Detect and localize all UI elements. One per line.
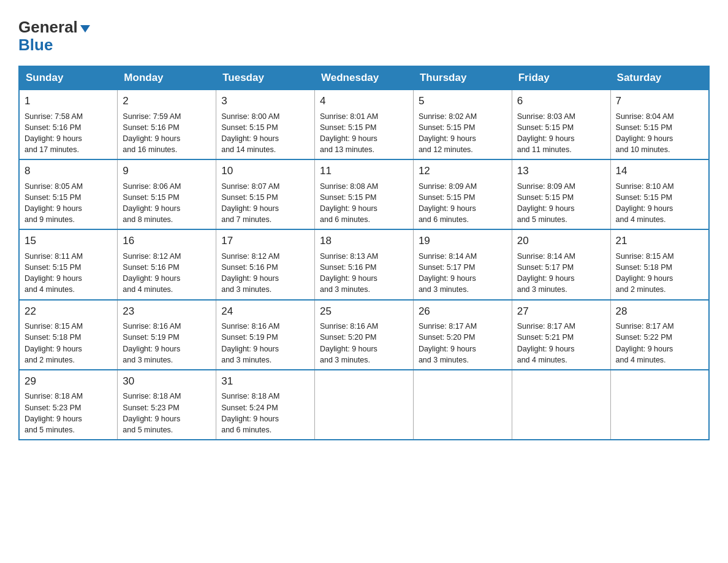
cell-content: Sunrise: 8:14 AMSunset: 5:17 PMDaylight:… [419, 251, 507, 296]
day-number: 29 [25, 374, 112, 389]
cell-content: Sunrise: 8:15 AMSunset: 5:18 PMDaylight:… [616, 251, 703, 296]
day-number: 4 [320, 94, 408, 109]
calendar-cell: 2Sunrise: 7:59 AMSunset: 5:16 PMDaylight… [118, 90, 216, 159]
calendar-cell: 30Sunrise: 8:18 AMSunset: 5:23 PMDayligh… [118, 370, 216, 440]
calendar-cell: 31Sunrise: 8:18 AMSunset: 5:24 PMDayligh… [216, 370, 315, 440]
day-number: 15 [25, 234, 112, 249]
cell-content: Sunrise: 8:00 AMSunset: 5:15 PMDaylight:… [221, 111, 309, 156]
calendar-week-2: 8Sunrise: 8:05 AMSunset: 5:15 PMDaylight… [19, 159, 709, 229]
day-number: 18 [320, 234, 408, 249]
day-number: 21 [616, 234, 703, 249]
calendar-cell: 6Sunrise: 8:03 AMSunset: 5:15 PMDaylight… [512, 90, 610, 159]
day-number: 31 [221, 374, 309, 389]
day-number: 2 [123, 94, 211, 109]
day-header-sunday: Sunday [19, 66, 118, 90]
day-header-saturday: Saturday [610, 66, 709, 90]
logo-blue-text: Blue [18, 36, 53, 54]
cell-content: Sunrise: 8:14 AMSunset: 5:17 PMDaylight:… [517, 251, 605, 296]
calendar-cell: 20Sunrise: 8:14 AMSunset: 5:17 PMDayligh… [512, 229, 610, 299]
cell-content: Sunrise: 8:09 AMSunset: 5:15 PMDaylight:… [517, 181, 605, 226]
calendar-cell: 14Sunrise: 8:10 AMSunset: 5:15 PMDayligh… [610, 159, 709, 229]
calendar-cell [512, 370, 610, 440]
cell-content: Sunrise: 8:01 AMSunset: 5:15 PMDaylight:… [320, 111, 408, 156]
day-number: 3 [221, 94, 309, 109]
day-number: 1 [25, 94, 112, 109]
calendar-cell: 7Sunrise: 8:04 AMSunset: 5:15 PMDaylight… [610, 90, 709, 159]
logo-triangle-icon [80, 25, 90, 33]
cell-content: Sunrise: 8:10 AMSunset: 5:15 PMDaylight:… [616, 181, 703, 226]
calendar-table: SundayMondayTuesdayWednesdayThursdayFrid… [18, 66, 710, 440]
calendar-cell: 13Sunrise: 8:09 AMSunset: 5:15 PMDayligh… [512, 159, 610, 229]
day-number: 12 [419, 164, 507, 179]
calendar-cell: 24Sunrise: 8:16 AMSunset: 5:19 PMDayligh… [216, 300, 315, 370]
cell-content: Sunrise: 8:12 AMSunset: 5:16 PMDaylight:… [123, 251, 211, 296]
cell-content: Sunrise: 8:12 AMSunset: 5:16 PMDaylight:… [221, 251, 309, 296]
logo-general-text: General [18, 18, 78, 36]
calendar-cell: 11Sunrise: 8:08 AMSunset: 5:15 PMDayligh… [315, 159, 414, 229]
day-number: 17 [221, 234, 309, 249]
day-header-friday: Friday [512, 66, 610, 90]
cell-content: Sunrise: 8:18 AMSunset: 5:24 PMDaylight:… [221, 391, 309, 435]
calendar-cell: 26Sunrise: 8:17 AMSunset: 5:20 PMDayligh… [413, 300, 512, 370]
calendar-cell: 12Sunrise: 8:09 AMSunset: 5:15 PMDayligh… [413, 159, 512, 229]
calendar-cell: 16Sunrise: 8:12 AMSunset: 5:16 PMDayligh… [118, 229, 216, 299]
cell-content: Sunrise: 8:09 AMSunset: 5:15 PMDaylight:… [419, 181, 507, 226]
cell-content: Sunrise: 8:08 AMSunset: 5:15 PMDaylight:… [320, 181, 408, 226]
cell-content: Sunrise: 8:16 AMSunset: 5:20 PMDaylight:… [320, 321, 408, 366]
cell-content: Sunrise: 8:18 AMSunset: 5:23 PMDaylight:… [25, 391, 112, 435]
day-number: 22 [25, 304, 112, 320]
day-number: 16 [123, 234, 211, 249]
calendar-cell: 27Sunrise: 8:17 AMSunset: 5:21 PMDayligh… [512, 300, 610, 370]
day-number: 24 [221, 304, 309, 320]
day-number: 19 [419, 234, 507, 249]
cell-content: Sunrise: 8:06 AMSunset: 5:15 PMDaylight:… [123, 181, 211, 226]
calendar-week-3: 15Sunrise: 8:11 AMSunset: 5:15 PMDayligh… [19, 229, 709, 299]
day-number: 9 [123, 164, 211, 179]
day-number: 10 [221, 164, 309, 179]
cell-content: Sunrise: 7:59 AMSunset: 5:16 PMDaylight:… [123, 111, 211, 156]
cell-content: Sunrise: 8:02 AMSunset: 5:15 PMDaylight:… [419, 111, 507, 156]
calendar-week-5: 29Sunrise: 8:18 AMSunset: 5:23 PMDayligh… [19, 370, 709, 440]
cell-content: Sunrise: 8:04 AMSunset: 5:15 PMDaylight:… [616, 111, 703, 156]
cell-content: Sunrise: 8:15 AMSunset: 5:18 PMDaylight:… [25, 321, 112, 366]
day-number: 11 [320, 164, 408, 179]
calendar-cell: 21Sunrise: 8:15 AMSunset: 5:18 PMDayligh… [610, 229, 709, 299]
day-number: 7 [616, 94, 703, 109]
cell-content: Sunrise: 8:16 AMSunset: 5:19 PMDaylight:… [123, 321, 211, 366]
calendar-cell: 22Sunrise: 8:15 AMSunset: 5:18 PMDayligh… [19, 300, 118, 370]
cell-content: Sunrise: 8:03 AMSunset: 5:15 PMDaylight:… [517, 111, 605, 156]
cell-content: Sunrise: 8:16 AMSunset: 5:19 PMDaylight:… [221, 321, 309, 366]
calendar-cell: 10Sunrise: 8:07 AMSunset: 5:15 PMDayligh… [216, 159, 315, 229]
calendar-week-1: 1Sunrise: 7:58 AMSunset: 5:16 PMDaylight… [19, 90, 709, 159]
calendar-cell [413, 370, 512, 440]
calendar-week-4: 22Sunrise: 8:15 AMSunset: 5:18 PMDayligh… [19, 300, 709, 370]
logo: General Blue [18, 12, 90, 53]
day-number: 14 [616, 164, 703, 179]
day-number: 30 [123, 374, 211, 389]
page-header: General Blue [18, 12, 710, 53]
calendar-cell: 23Sunrise: 8:16 AMSunset: 5:19 PMDayligh… [118, 300, 216, 370]
calendar-cell: 19Sunrise: 8:14 AMSunset: 5:17 PMDayligh… [413, 229, 512, 299]
calendar-cell: 17Sunrise: 8:12 AMSunset: 5:16 PMDayligh… [216, 229, 315, 299]
calendar-cell: 5Sunrise: 8:02 AMSunset: 5:15 PMDaylight… [413, 90, 512, 159]
cell-content: Sunrise: 8:18 AMSunset: 5:23 PMDaylight:… [123, 391, 211, 435]
day-number: 13 [517, 164, 605, 179]
cell-content: Sunrise: 8:17 AMSunset: 5:22 PMDaylight:… [616, 321, 703, 366]
calendar-cell: 15Sunrise: 8:11 AMSunset: 5:15 PMDayligh… [19, 229, 118, 299]
day-header-thursday: Thursday [413, 66, 512, 90]
cell-content: Sunrise: 8:17 AMSunset: 5:21 PMDaylight:… [517, 321, 605, 366]
calendar-cell: 8Sunrise: 8:05 AMSunset: 5:15 PMDaylight… [19, 159, 118, 229]
cell-content: Sunrise: 7:58 AMSunset: 5:16 PMDaylight:… [25, 111, 112, 156]
day-number: 6 [517, 94, 605, 109]
calendar-cell: 18Sunrise: 8:13 AMSunset: 5:16 PMDayligh… [315, 229, 414, 299]
day-number: 27 [517, 304, 605, 320]
calendar-cell: 4Sunrise: 8:01 AMSunset: 5:15 PMDaylight… [315, 90, 414, 159]
cell-content: Sunrise: 8:11 AMSunset: 5:15 PMDaylight:… [25, 251, 112, 296]
calendar-cell: 29Sunrise: 8:18 AMSunset: 5:23 PMDayligh… [19, 370, 118, 440]
calendar-cell: 1Sunrise: 7:58 AMSunset: 5:16 PMDaylight… [19, 90, 118, 159]
day-number: 28 [616, 304, 703, 320]
day-number: 25 [320, 304, 408, 320]
day-number: 8 [25, 164, 112, 179]
cell-content: Sunrise: 8:05 AMSunset: 5:15 PMDaylight:… [25, 181, 112, 226]
day-number: 20 [517, 234, 605, 249]
